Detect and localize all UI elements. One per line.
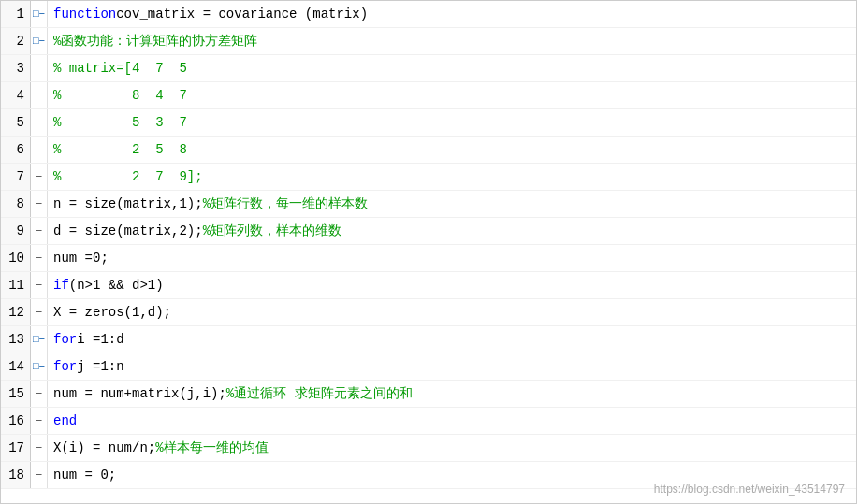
- line-gutter: [31, 55, 48, 81]
- code-editor: 1□−function cov_matrix = covariance (mat…: [0, 0, 857, 504]
- line-content: % 2 7 9];: [48, 167, 856, 186]
- line-content: n = size(matrix,1);%矩阵行数，每一维的样本数: [48, 194, 856, 214]
- line-content: num = 0;: [48, 466, 856, 484]
- watermark: https://blog.csdn.net/weixin_43514797: [654, 482, 845, 496]
- line-number: 12: [1, 299, 31, 325]
- code-line: 4 % 8 4 7: [1, 82, 856, 109]
- line-content: %函数功能：计算矩阵的协方差矩阵: [48, 31, 856, 51]
- line-gutter: [31, 109, 48, 136]
- code-line: 15− num = num+matrix(j,i);%通过循环 求矩阵元素之间的…: [1, 381, 856, 408]
- line-gutter: −: [31, 299, 48, 325]
- line-number: 1: [1, 1, 31, 27]
- line-gutter: [31, 137, 48, 163]
- line-content: num =0;: [48, 249, 856, 267]
- line-content: % 8 4 7: [48, 86, 856, 105]
- code-line: 13□− for i =1:d: [1, 326, 856, 353]
- line-gutter: −: [31, 381, 48, 407]
- code-line: 9− d = size(matrix,2);%矩阵列数，样本的维数: [1, 218, 856, 245]
- line-number: 18: [1, 462, 31, 488]
- line-number: 9: [1, 218, 31, 244]
- line-number: 16: [1, 408, 31, 434]
- line-content: function cov_matrix = covariance (matrix…: [48, 5, 856, 23]
- line-gutter: □−: [31, 353, 48, 380]
- line-gutter: −: [31, 245, 48, 271]
- line-gutter: −: [31, 164, 48, 190]
- line-content: d = size(matrix,2);%矩阵列数，样本的维数: [48, 221, 856, 241]
- code-line: 8− n = size(matrix,1);%矩阵行数，每一维的样本数: [1, 191, 856, 218]
- line-number: 7: [1, 164, 31, 190]
- line-number: 14: [1, 353, 31, 380]
- line-number: 6: [1, 137, 31, 163]
- line-content: for j =1:n: [48, 357, 856, 376]
- line-number: 15: [1, 381, 31, 407]
- line-gutter: −: [31, 272, 48, 298]
- line-number: 8: [1, 191, 31, 217]
- line-number: 13: [1, 326, 31, 353]
- line-content: num = num+matrix(j,i);%通过循环 求矩阵元素之间的和: [48, 383, 856, 404]
- code-line: 17− X(i) = num/n;%样本每一维的均值: [1, 435, 856, 462]
- line-gutter: −: [31, 462, 48, 488]
- line-number: 11: [1, 272, 31, 298]
- code-line: 6 % 2 5 8: [1, 137, 856, 164]
- line-gutter: □−: [31, 326, 48, 353]
- line-gutter: □−: [31, 28, 48, 54]
- line-gutter: □−: [31, 1, 48, 27]
- code-line: 11− if(n>1 && d>1): [1, 272, 856, 299]
- line-gutter: −: [31, 435, 48, 461]
- line-gutter: [31, 82, 48, 108]
- line-content: end: [48, 411, 856, 430]
- line-content: % matrix=[4 7 5: [48, 59, 856, 78]
- code-line: 14□− for j =1:n: [1, 353, 856, 381]
- line-content: % 2 5 8: [48, 140, 856, 159]
- code-line: 3 % matrix=[4 7 5: [1, 55, 856, 82]
- code-line: 7− % 2 7 9];: [1, 164, 856, 191]
- line-number: 17: [1, 435, 31, 461]
- code-line: 1□−function cov_matrix = covariance (mat…: [1, 1, 856, 28]
- code-line: 10− num =0;: [1, 245, 856, 272]
- code-line: 5 % 5 3 7: [1, 109, 856, 137]
- line-content: X = zeros(1,d);: [48, 303, 856, 322]
- line-number: 2: [1, 28, 31, 54]
- line-number: 3: [1, 55, 31, 81]
- line-gutter: −: [31, 191, 48, 217]
- line-gutter: −: [31, 218, 48, 244]
- line-content: % 5 3 7: [48, 113, 856, 132]
- line-number: 4: [1, 82, 31, 108]
- line-content: if(n>1 && d>1): [48, 276, 856, 295]
- line-gutter: −: [31, 408, 48, 434]
- code-line: 12− X = zeros(1,d);: [1, 299, 856, 326]
- line-number: 5: [1, 109, 31, 136]
- code-line: 2□−%函数功能：计算矩阵的协方差矩阵: [1, 28, 856, 55]
- line-number: 10: [1, 245, 31, 271]
- line-content: X(i) = num/n;%样本每一维的均值: [48, 438, 856, 458]
- line-content: for i =1:d: [48, 330, 856, 349]
- code-line: 16− end: [1, 408, 856, 435]
